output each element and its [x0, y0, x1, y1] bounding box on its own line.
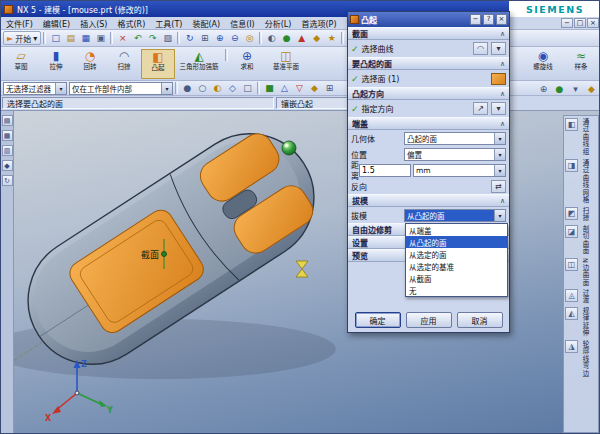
draft-option-none[interactable]: 无 [406, 284, 507, 296]
section-surface-button[interactable]: ◪ 剖切曲面 [565, 225, 597, 255]
draft-option-from-selected-face[interactable]: 从选定的面 [406, 248, 507, 260]
law-extension-button[interactable]: ◭ 规律延伸 [565, 307, 597, 337]
chevron-down-icon[interactable]: ▾ [491, 42, 506, 55]
cancel-button[interactable]: 取消 [457, 312, 503, 328]
new-part-button[interactable]: □ [48, 31, 63, 45]
delete-button[interactable]: × [115, 31, 130, 45]
through-curve-mesh-button[interactable]: ◨ 通过曲线网格 [565, 159, 597, 204]
snap-quadrant-button[interactable]: □ [240, 81, 255, 95]
revolve-button[interactable]: ◔ 回转 [73, 49, 107, 79]
silhouette-flange-button[interactable]: ◮ 轮廓线弯边 [565, 340, 597, 378]
section-point[interactable] [162, 252, 167, 257]
swept-button[interactable]: ◩ 扫掠 [565, 207, 597, 222]
selection-filter-combo[interactable]: 无选择过滤器 ▾ [3, 82, 67, 95]
direction-sphere-handle[interactable] [282, 141, 296, 155]
draft-method-combo[interactable]: 从凸起的面 ▾ [404, 209, 506, 222]
studio-spline-button[interactable]: ≈ 样条 [563, 49, 599, 79]
snap-intersection-button[interactable]: ◇ [225, 81, 240, 95]
emboss-button[interactable]: ◧ 凸起 [141, 49, 175, 79]
copy-button[interactable]: ▣ [93, 31, 108, 45]
extrude-button[interactable]: ▮ 拉伸 [39, 49, 73, 79]
section-header-faces[interactable]: 要凸起的面 ∧ [348, 57, 509, 70]
draft-option-from-selected-datum[interactable]: 从选定的基准 [406, 260, 507, 272]
apply-button[interactable]: 应用 [406, 312, 452, 328]
assembly-navigator-button[interactable]: ▤ [2, 115, 13, 126]
datum-csys-button[interactable]: ◆ [309, 31, 324, 45]
ok-button[interactable]: 确定 [355, 312, 401, 328]
snap-midpoint-button[interactable]: ○ [195, 81, 210, 95]
dialog-help-button[interactable]: ? [483, 14, 494, 25]
render-style-button[interactable]: ◐ [264, 31, 279, 45]
history-button[interactable]: ↻ [2, 175, 13, 186]
face-collector-icon[interactable] [491, 73, 506, 85]
draft-option-from-section[interactable]: 从截面 [406, 272, 507, 284]
datum-plane-button[interactable]: ◫ 基准平面 [264, 49, 308, 79]
draft-option-from-end-cap[interactable]: 从端盖 [406, 224, 507, 236]
part-navigator-button[interactable]: ▦ [2, 130, 13, 141]
menu-item-tools[interactable]: 工具(T) [150, 17, 187, 29]
transition-button[interactable]: ◬ 过渡 [565, 289, 597, 304]
undo-button[interactable]: ↶ [130, 31, 145, 45]
distance-unit-combo[interactable]: mm ▾ [413, 164, 506, 177]
snap-point-button[interactable]: ⊞ [322, 81, 337, 95]
chevron-down-icon[interactable]: ▾ [491, 102, 506, 115]
curve-icon[interactable]: ◠ [473, 42, 488, 55]
rotate-view-button[interactable]: ◎ [242, 31, 257, 45]
n-sided-surface-button[interactable]: ◫ N边曲面 [565, 258, 597, 286]
menu-item-format[interactable]: 格式(R) [112, 17, 150, 29]
menu-item-analysis[interactable]: 分析(L) [260, 17, 297, 29]
close-button[interactable]: × [587, 18, 599, 28]
operation-navigator-button[interactable]: ▥ [2, 145, 13, 156]
menu-item-edit[interactable]: 编辑(E) [38, 17, 75, 29]
reuse-library-button[interactable]: ◆ [2, 160, 13, 171]
menu-item-information[interactable]: 信息(I) [225, 17, 260, 29]
start-menu-button[interactable]: ► 开始 ▾ [3, 31, 41, 45]
section-header-end-cap[interactable]: 端盖 ∧ [348, 117, 509, 130]
vertex-rule-button[interactable]: ▽ [292, 81, 307, 95]
menu-item-assemblies[interactable]: 装配(A) [187, 17, 225, 29]
distance-input[interactable] [359, 164, 411, 177]
menu-item-preferences[interactable]: 首选项(P) [296, 17, 341, 29]
orient-view-button[interactable]: ▲ [294, 31, 309, 45]
menu-item-file[interactable]: 文件(F) [1, 17, 38, 29]
zoom-out-button[interactable]: ⊖ [227, 31, 242, 45]
graphics-viewport[interactable]: 截面 Z X Y [1, 111, 600, 434]
reverse-direction-button[interactable]: ⇄ [491, 180, 506, 193]
dialog-close-button[interactable]: × [496, 14, 507, 25]
select-curve-row[interactable]: ✓ 选择曲线 ◠ ▾ [348, 40, 509, 57]
zoom-in-button[interactable]: ⊕ [212, 31, 227, 45]
refresh-button[interactable]: ↻ [182, 31, 197, 45]
show-hide-button[interactable]: ● [279, 31, 294, 45]
paste-button[interactable]: ▨ [160, 31, 175, 45]
draft-option-from-embossed-face[interactable]: 从凸起的面 [406, 236, 507, 248]
triangular-rib-button[interactable]: ◭ 三角形加强筋 [175, 49, 223, 79]
redo-button[interactable]: ↷ [145, 31, 160, 45]
restore-button[interactable]: □ [574, 18, 586, 28]
tool-palette-button[interactable]: ◆ [584, 82, 599, 96]
specify-vector-row[interactable]: ✓ 指定方向 ↗ ▾ [348, 100, 509, 117]
section-header-section[interactable]: 截面 ∧ [348, 27, 509, 40]
preferences-button[interactable]: ★ [324, 31, 339, 45]
geometry-combo[interactable]: 凸起的面 ▾ [404, 132, 506, 145]
section-header-draft[interactable]: 拔模 ∧ [348, 194, 509, 207]
menu-item-insert[interactable]: 插入(S) [75, 17, 112, 29]
sketch-button[interactable]: ▱ 草图 [3, 49, 39, 79]
snap-settings-button[interactable]: ⊕ [536, 82, 551, 96]
vector-icon[interactable]: ↗ [473, 102, 488, 115]
snap-endpoint-button[interactable]: ● [180, 81, 195, 95]
menu-down-button[interactable]: ▾ [568, 82, 583, 96]
selection-scope-combo[interactable]: 仅在工作部件内部 ▾ [69, 82, 173, 95]
select-face-row[interactable]: ✓ 选择面 (1) [348, 70, 509, 87]
dialog-collapse-button[interactable]: − [470, 14, 481, 25]
fit-view-button[interactable]: ⊞ [197, 31, 212, 45]
tangent-rule-button[interactable]: ◆ [307, 81, 322, 95]
dialog-titlebar[interactable]: 凸起 − ? × [348, 12, 509, 27]
section-header-direction[interactable]: 凸起方向 ∧ [348, 87, 509, 100]
view-orient-sphere-button[interactable]: ● [552, 82, 567, 96]
position-combo[interactable]: 偏置 ▾ [404, 148, 506, 161]
save-button[interactable]: ▦ [78, 31, 93, 45]
snap-center-button[interactable]: ◐ [210, 81, 225, 95]
minimize-button[interactable]: − [561, 18, 573, 28]
edge-rule-button[interactable]: △ [277, 81, 292, 95]
through-curves-button[interactable]: ◧ 通过曲线组 [565, 118, 597, 156]
